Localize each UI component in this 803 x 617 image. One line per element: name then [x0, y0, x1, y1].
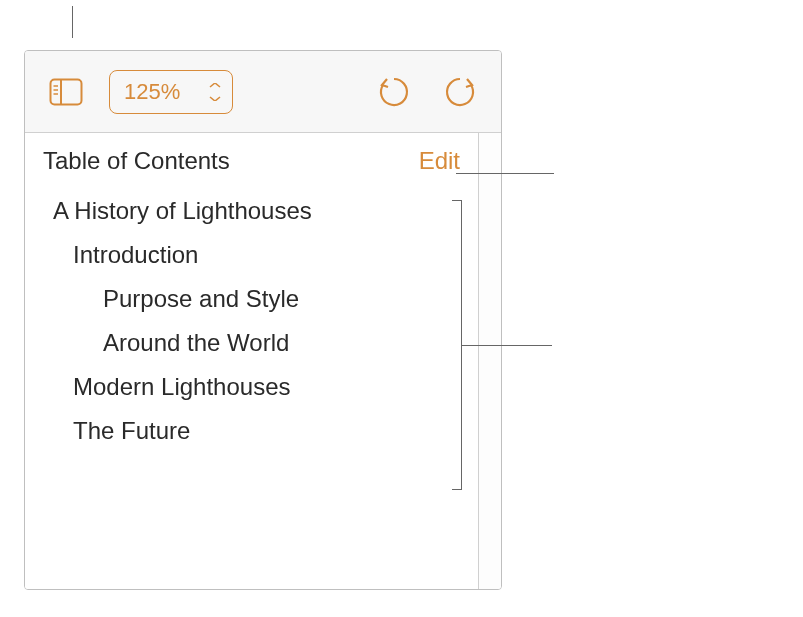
toolbar: 125%: [25, 51, 501, 133]
zoom-select[interactable]: 125%: [109, 70, 233, 114]
toc-list: A History of LighthousesIntroductionPurp…: [43, 189, 460, 453]
redo-icon: [443, 75, 477, 109]
toc-edit-button[interactable]: Edit: [419, 147, 460, 175]
toc-item[interactable]: A History of Lighthouses: [43, 189, 460, 233]
toc-item[interactable]: Modern Lighthouses: [43, 365, 460, 409]
undo-icon: [377, 75, 411, 109]
zoom-value: 125%: [124, 79, 180, 105]
svg-rect-0: [51, 79, 82, 104]
toc-item[interactable]: The Future: [43, 409, 460, 453]
app-window: 125% Table of Contents: [24, 50, 502, 590]
toc-item[interactable]: Purpose and Style: [43, 277, 460, 321]
sidebar-icon: [49, 78, 83, 106]
undo-button[interactable]: [371, 69, 417, 115]
document-gutter: [479, 133, 501, 589]
sidebar-toggle-button[interactable]: [43, 69, 89, 115]
toc-title: Table of Contents: [43, 147, 230, 175]
toc-item[interactable]: Introduction: [43, 233, 460, 277]
chevron-down-icon: [208, 83, 222, 101]
toc-item[interactable]: Around the World: [43, 321, 460, 365]
toc-sidebar: Table of Contents Edit A History of Ligh…: [25, 133, 479, 589]
redo-button[interactable]: [437, 69, 483, 115]
